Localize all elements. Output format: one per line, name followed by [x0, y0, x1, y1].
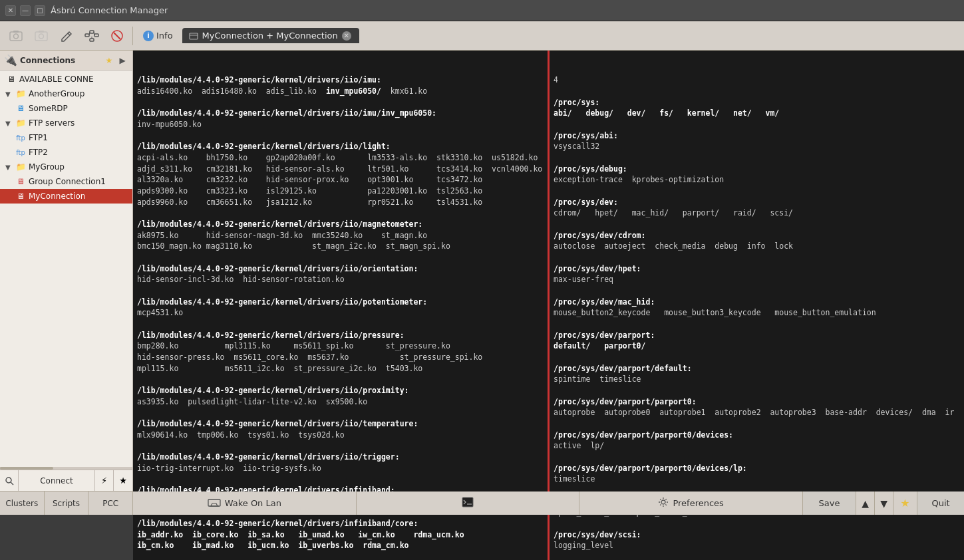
close-window-btn[interactable]: ✕	[5, 5, 16, 16]
ftp2-icon: ftp	[15, 148, 27, 157]
svg-point-1	[14, 34, 19, 39]
sidebar-item-ftp1[interactable]: ftp FTP1	[0, 130, 132, 145]
pcc-btn[interactable]: PCC	[88, 491, 132, 515]
svg-rect-3	[35, 32, 47, 41]
svg-rect-6	[85, 34, 89, 37]
anothergroup-label: AnotherGroup	[29, 89, 84, 98]
terminal-panes: /lib/modules/4.4.0-92-generic/kernel/dri…	[133, 51, 964, 560]
bottom-right-section: Wake On Lan Preferences Save ▲ ▼ ★ Quit	[133, 491, 964, 515]
connection-icon	[189, 31, 198, 41]
terminal-btn[interactable]	[357, 491, 580, 515]
myconnection-icon: 🖥	[15, 192, 27, 201]
terminal-icon	[462, 497, 474, 509]
svg-rect-9	[90, 39, 94, 41]
groupconn1-icon: 🖥	[15, 177, 27, 186]
sidebar-bottom-buttons: Connect ⚡ ★	[0, 470, 132, 491]
clusters-btn[interactable]: Clusters	[0, 491, 45, 515]
toolbar-separator	[132, 27, 133, 45]
tab-info[interactable]: i Info	[136, 28, 180, 44]
quick-connect-btn[interactable]: ⚡	[95, 470, 114, 491]
nav-down-btn[interactable]: ▼	[875, 491, 893, 515]
prefs-icon	[658, 497, 669, 509]
bottom-bar: Clusters Scripts PCC Wake On Lan Prefere…	[0, 491, 964, 515]
connections-icon: 🔌	[4, 54, 17, 67]
sidebar-item-groupconn1[interactable]: 🖥 Group Connection1	[0, 174, 132, 189]
maximize-window-btn[interactable]: □	[35, 5, 45, 16]
svg-rect-24	[462, 497, 473, 507]
stop-btn[interactable]	[105, 24, 129, 48]
connect-btn[interactable]: Connect	[19, 470, 95, 491]
expand-arrow: ▼	[5, 90, 15, 98]
svg-line-11	[94, 32, 94, 35]
svg-rect-0	[10, 32, 22, 41]
sidebar-scrollbar-thumb	[0, 467, 53, 470]
screenshot-btn[interactable]	[4, 24, 28, 48]
terminal-left[interactable]: /lib/modules/4.4.0-92-generic/kernel/dri…	[133, 51, 548, 560]
sidebar-scrollbar[interactable]	[0, 467, 132, 470]
svg-rect-5	[39, 31, 44, 33]
myconnection-label: MyConnection	[29, 192, 85, 201]
sidebar-item-mygroup[interactable]: ▼ 📁 MyGroup	[0, 160, 132, 174]
mygroup-folder-icon: 📁	[15, 162, 27, 172]
bookmark-btn[interactable]: ★	[893, 491, 917, 515]
main-area: 🔌 Connections ★ ▶ 🖥 AVAILABLE CONNE ▼ 📁 …	[0, 51, 964, 491]
sidebar-header-buttons: ★ ▶	[103, 55, 128, 67]
tab-connection[interactable]: MyConnection + MyConnection ✕	[182, 28, 359, 43]
toolbar: i Info MyConnection + MyConnection ✕	[0, 21, 964, 51]
ftp1-icon: ftp	[15, 133, 27, 142]
svg-point-17	[6, 478, 11, 483]
ftpservers-label: FTP servers	[29, 118, 75, 128]
ftp1-label: FTP1	[29, 133, 48, 142]
search-btn[interactable]	[0, 470, 19, 491]
sidebar-item-anothergroup[interactable]: ▼ 📁 AnotherGroup	[0, 86, 132, 101]
preferences-label: Preferences	[673, 498, 723, 508]
sidebar: 🔌 Connections ★ ▶ 🖥 AVAILABLE CONNE ▼ 📁 …	[0, 51, 133, 491]
terminal-right-content: 4 /proc/sys: abi/ debug/ dev/ fs/ kernel…	[554, 74, 960, 560]
svg-rect-8	[94, 34, 98, 37]
somerdp-label: SomeRDP	[29, 104, 68, 113]
quit-btn[interactable]: Quit	[917, 491, 964, 515]
wakeonlan-label: Wake On Lan	[225, 498, 281, 508]
mygroup-label: MyGroup	[29, 162, 65, 172]
svg-rect-22	[208, 499, 220, 506]
terminals: /lib/modules/4.4.0-92-generic/kernel/dri…	[133, 51, 964, 491]
svg-line-10	[89, 32, 90, 35]
save-btn[interactable]: Save	[803, 491, 856, 515]
tab-bar: i Info MyConnection + MyConnection ✕	[136, 21, 359, 50]
svg-line-18	[11, 482, 13, 485]
sidebar-header: 🔌 Connections ★ ▶	[0, 51, 132, 70]
sidebar-item-somerdp[interactable]: 🖥 SomeRDP	[0, 101, 132, 116]
tab-connection-label: MyConnection + MyConnection	[202, 31, 338, 41]
screenshot2-btn[interactable]	[29, 24, 53, 48]
terminal-right[interactable]: 4 /proc/sys: abi/ debug/ dev/ fs/ kernel…	[550, 51, 964, 560]
preferences-btn[interactable]: Preferences	[579, 491, 803, 515]
tab-info-label: Info	[156, 31, 173, 41]
scripts-btn[interactable]: Scripts	[45, 491, 89, 515]
arrow-btn[interactable]: ▶	[116, 55, 128, 67]
expand-arrow-mygroup: ▼	[5, 164, 15, 171]
tab-close-btn[interactable]: ✕	[342, 31, 351, 41]
sidebar-item-myconnection[interactable]: 🖥 MyConnection	[0, 189, 132, 204]
sidebar-item-available[interactable]: 🖥 AVAILABLE CONNE	[0, 72, 132, 86]
group-folder-icon: 📁	[15, 89, 27, 98]
svg-rect-15	[190, 33, 198, 39]
ftp2-label: FTP2	[29, 148, 48, 157]
window-controls: ✕ — □	[5, 5, 45, 16]
sidebar-item-ftpservers[interactable]: ▼ 📁 FTP servers	[0, 116, 132, 130]
titlebar: ✕ — □ Ásbrú Connection Manager	[0, 0, 964, 21]
wakeonlan-btn[interactable]: Wake On Lan	[133, 491, 357, 515]
network-btn[interactable]	[80, 24, 104, 48]
sidebar-item-ftp2[interactable]: ftp FTP2	[0, 145, 132, 160]
bottom-left-section: Clusters Scripts PCC	[0, 491, 133, 515]
edit-btn[interactable]	[55, 24, 79, 48]
bookmark-sidebar-btn[interactable]: ★	[114, 470, 132, 491]
terminal-left-content: /lib/modules/4.4.0-92-generic/kernel/dri…	[137, 74, 544, 560]
svg-line-14	[114, 33, 120, 39]
available-label: AVAILABLE CONNE	[19, 74, 93, 84]
groupconn1-label: Group Connection1	[29, 177, 106, 186]
minimize-window-btn[interactable]: —	[20, 5, 31, 16]
star-btn[interactable]: ★	[103, 55, 115, 67]
ftp-folder-icon: 📁	[15, 118, 27, 128]
nav-up-btn[interactable]: ▲	[856, 491, 875, 515]
svg-point-26	[661, 500, 665, 504]
